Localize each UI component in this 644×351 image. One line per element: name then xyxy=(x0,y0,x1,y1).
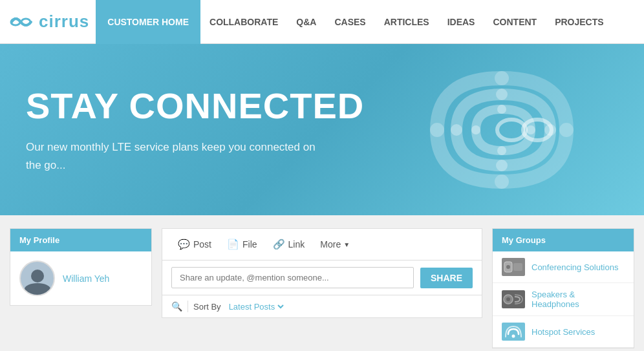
right-sidebar: My Groups Conferencing Solutions xyxy=(492,228,634,348)
post-label: Post xyxy=(193,239,211,250)
profile-card-body: William Yeh xyxy=(10,251,151,305)
speakers-icon xyxy=(502,290,525,308)
link-label: Link xyxy=(288,239,305,250)
feed-sort-bar: 🔍 Sort By Latest Posts xyxy=(162,295,482,318)
file-label: File xyxy=(242,239,257,250)
conferencing-icon xyxy=(502,258,525,276)
group-speakers-label: Speakers & Headphones xyxy=(531,290,625,309)
avatar xyxy=(19,261,55,296)
link-button[interactable]: 🔗 Link xyxy=(266,235,312,253)
nav-item-customer-home[interactable]: CUSTOMER HOME xyxy=(96,0,200,44)
svg-point-8 xyxy=(506,297,510,301)
more-button[interactable]: More ▼ xyxy=(314,236,356,253)
nav-item-cases[interactable]: CASES xyxy=(325,0,374,44)
group-conferencing-label: Conferencing Solutions xyxy=(531,262,618,272)
logo-icon xyxy=(6,12,35,32)
svg-point-1 xyxy=(21,19,30,25)
post-icon: 💬 xyxy=(178,239,190,250)
svg-point-9 xyxy=(512,335,515,338)
share-input[interactable] xyxy=(171,267,414,288)
nav-item-articles[interactable]: ARTICLES xyxy=(375,0,438,44)
feed-action-bar: 💬 Post 📄 File 🔗 Link More ▼ xyxy=(162,228,482,261)
more-label: More xyxy=(320,239,341,250)
chevron-down-icon: ▼ xyxy=(343,241,350,248)
nav-item-qa[interactable]: Q&A xyxy=(287,0,325,44)
search-icon: 🔍 xyxy=(171,301,182,312)
svg-point-6 xyxy=(506,265,510,269)
hero-banner: STAY CONNECTED Our new monthly LTE servi… xyxy=(0,44,644,215)
profile-card: My Profile William Yeh xyxy=(10,228,152,306)
group-hotspot-label: Hotspot Services xyxy=(531,327,595,337)
group-item-conferencing[interactable]: Conferencing Solutions xyxy=(493,251,634,283)
nav-item-projects[interactable]: PROJECTS xyxy=(546,0,612,44)
file-icon: 📄 xyxy=(227,239,239,250)
nav-item-content[interactable]: CONTENT xyxy=(484,0,546,44)
share-area: SHARE xyxy=(162,261,482,295)
file-button[interactable]: 📄 File xyxy=(220,235,264,253)
group-item-hotspot[interactable]: Hotspot Services xyxy=(493,316,634,348)
post-button[interactable]: 💬 Post xyxy=(171,235,218,253)
sort-label: Sort By xyxy=(193,302,221,312)
hero-text-block: STAY CONNECTED Our new monthly LTE servi… xyxy=(26,85,364,175)
groups-card: My Groups Conferencing Solutions xyxy=(492,228,634,348)
main-nav: CUSTOMER HOME COLLABORATE Q&A CASES ARTI… xyxy=(96,0,612,44)
sort-select[interactable]: Latest Posts xyxy=(226,301,286,312)
link-icon: 🔗 xyxy=(273,239,285,250)
logo-area: cirrus xyxy=(6,12,89,32)
left-sidebar: My Profile William Yeh xyxy=(10,228,152,348)
hotspot-icon xyxy=(502,323,525,341)
groups-header: My Groups xyxy=(493,229,634,251)
hero-title: STAY CONNECTED xyxy=(26,85,364,127)
profile-username[interactable]: William Yeh xyxy=(63,273,109,284)
main-feed: 💬 Post 📄 File 🔗 Link More ▼ SHARE 🔍 xyxy=(162,228,482,348)
separator xyxy=(188,301,188,312)
wifi-graphic xyxy=(398,59,605,201)
group-item-speakers[interactable]: Speakers & Headphones xyxy=(493,283,634,316)
svg-rect-5 xyxy=(513,263,522,271)
header: cirrus CUSTOMER HOME COLLABORATE Q&A CAS… xyxy=(0,0,644,44)
hero-subtitle: Our new monthly LTE service plans keep y… xyxy=(26,138,317,175)
nav-item-ideas[interactable]: IDEAS xyxy=(438,0,484,44)
logo-text: cirrus xyxy=(39,12,89,32)
content-area: My Profile William Yeh 💬 Post 📄 File xyxy=(0,215,644,351)
share-button[interactable]: SHARE xyxy=(420,268,473,288)
nav-item-collaborate[interactable]: COLLABORATE xyxy=(200,0,287,44)
hero-graphic xyxy=(398,59,605,201)
profile-card-header: My Profile xyxy=(10,229,151,251)
